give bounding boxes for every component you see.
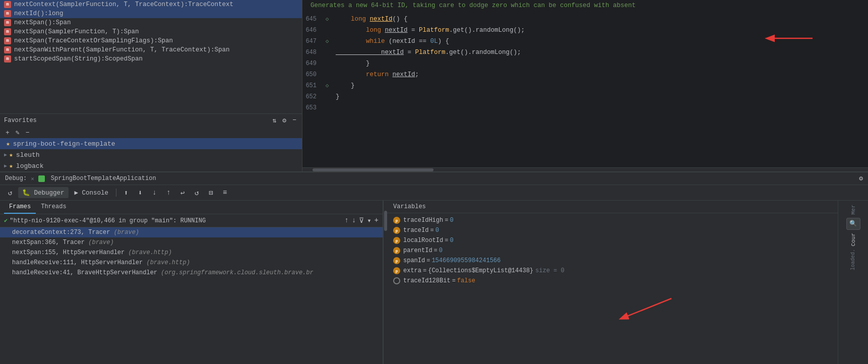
method-item[interactable]: mstartScopedSpan(String):ScopedSpan xyxy=(0,54,302,64)
search-btn[interactable]: 🔍 xyxy=(846,218,860,230)
debugger-tab-icon: 🐛 xyxy=(22,190,30,197)
stack-frame-item[interactable]: nextSpan:155, HttpServerHandler (brave.h… xyxy=(0,248,383,258)
horizontal-scrollbar[interactable] xyxy=(302,167,868,171)
variable-item[interactable]: p parentId = 0 xyxy=(387,246,838,256)
stack-frame-context: (brave.http) xyxy=(143,259,190,266)
method-item[interactable]: mnextContext(SamplerFunction, T, TraceCo… xyxy=(0,0,302,9)
code-token: = xyxy=(404,49,415,56)
frames-tab[interactable]: Frames xyxy=(4,201,36,214)
line-content: long nextId = Platform.get().randomLong(… xyxy=(332,27,868,34)
var-equals: = xyxy=(452,277,456,284)
code-line: 653 xyxy=(302,102,868,113)
debugger-tab[interactable]: 🐛 Debugger xyxy=(18,187,69,198)
add-btn[interactable]: + xyxy=(375,216,379,225)
code-token: while xyxy=(336,38,389,45)
threads-tab[interactable]: Threads xyxy=(36,201,71,214)
code-token: } xyxy=(336,60,370,67)
variable-item[interactable]: p traceId = 0 xyxy=(387,225,838,235)
down-btn[interactable]: ↓ xyxy=(352,216,356,225)
var-value: 0 xyxy=(450,237,453,244)
line-number: 652 xyxy=(302,93,323,100)
var-name: parentId xyxy=(403,247,432,254)
stack-frame-context: (org.springframework.cloud.sleuth.brave.… xyxy=(157,269,314,276)
method-item[interactable]: mnextSpanWithParent(SamplerFunction, T, … xyxy=(0,45,302,54)
step-over-btn[interactable]: ⬆ xyxy=(120,187,132,199)
method-item[interactable]: mnextSpan():Span xyxy=(0,18,302,27)
code-lines: 645 ◇ long nextId() { 646 long nextId = … xyxy=(302,14,868,113)
variable-item[interactable]: p spanId = 1546690955984241566 xyxy=(387,256,838,266)
method-text: nextSpan(TraceContextOrSamplingFlags):Sp… xyxy=(14,37,173,44)
favorites-header: Favorites ⇅ ⚙ − xyxy=(0,114,302,127)
settings-icon[interactable]: ⚙ xyxy=(281,116,288,125)
code-token: 0L xyxy=(430,38,438,45)
code-token: nextId xyxy=(385,27,408,34)
var-equals: = xyxy=(426,257,430,264)
top-section: mnextContext(SamplerFunction, T, TraceCo… xyxy=(0,0,868,171)
run-to-cursor-btn[interactable]: ↑ xyxy=(162,187,174,199)
variables-list[interactable]: p traceIdHigh = 0 p traceId = 0 p localR… xyxy=(387,213,838,364)
favorite-item[interactable]: ▶★sleuth xyxy=(0,149,302,160)
method-text: nextSpan():Span xyxy=(14,19,71,26)
evaluate-btn[interactable]: ↩ xyxy=(176,187,189,199)
stack-frame-item[interactable]: decorateContext:273, Tracer (brave) xyxy=(0,227,383,237)
favorite-item[interactable]: ★spring-boot-feign-template xyxy=(0,138,302,149)
method-item[interactable]: mnextSpan(TraceContextOrSamplingFlags):S… xyxy=(0,36,302,45)
var-name: spanId xyxy=(403,257,425,264)
scrollbar-thumb[interactable] xyxy=(313,168,433,171)
code-area[interactable]: Generates a new 64-bit ID, taking care t… xyxy=(302,0,868,167)
up-btn[interactable]: ↑ xyxy=(344,216,348,225)
favorite-item[interactable]: ▶★logback xyxy=(0,160,302,171)
variable-item[interactable]: p localRootId = 0 xyxy=(387,235,838,246)
var-equals: = xyxy=(423,267,426,274)
frames-panel: Frames Threads ✔ "http-nio-9120-exec-4"@… xyxy=(0,201,383,364)
step-into-btn[interactable]: ⬇ xyxy=(134,187,146,199)
expand-icon: ▶ xyxy=(4,163,7,169)
stack-frame-text: nextSpan:366, Tracer (brave) xyxy=(12,239,114,246)
method-item[interactable]: mnextId():long xyxy=(0,9,302,18)
debug-label: Debug: xyxy=(5,175,27,182)
add-favorite-btn[interactable]: + xyxy=(4,129,11,137)
method-icon: m xyxy=(4,19,11,26)
method-item[interactable]: mnextSpan(SamplerFunction, T):Span xyxy=(0,27,302,36)
code-token: () { xyxy=(393,16,408,23)
var-type-icon: p xyxy=(393,267,400,274)
frames-tabs: Frames Threads xyxy=(0,201,383,214)
console-tab[interactable]: ▶ Console xyxy=(71,187,113,198)
var-value: 1546690955984241566 xyxy=(431,257,501,264)
resume-btn[interactable]: ↺ xyxy=(4,187,16,199)
threads-tab-label: Threads xyxy=(41,203,66,210)
variable-item[interactable]: traceId128Bit = false xyxy=(387,276,838,286)
debugger-tab-label: Debugger xyxy=(34,190,65,197)
favorite-label: logback xyxy=(16,162,44,170)
frames-content[interactable]: ✔ "http-nio-9120-exec-4"@10,466 in group… xyxy=(0,214,383,364)
edit-favorite-btn[interactable]: ✎ xyxy=(14,128,21,137)
stack-frame-item[interactable]: handleReceive:111, HttpServerHandler (br… xyxy=(0,258,383,268)
minimize-icon[interactable]: − xyxy=(291,116,298,125)
stack-frame-item[interactable]: handleReceive:41, BraveHttpServerHandler… xyxy=(0,268,383,278)
debug-app-name: SpringBootTemplateApplication xyxy=(51,175,156,182)
debug-settings-icon[interactable]: ⚙ xyxy=(859,174,863,183)
close-debug-btn[interactable]: ✕ xyxy=(31,175,34,182)
toolbar-separator-1 xyxy=(116,189,116,197)
running-text: "http-nio-9120-exec-4"@10,466 in group "… xyxy=(10,217,206,224)
console-tab-icon: ▶ xyxy=(75,190,79,197)
favorites-icons: ⇅ ⚙ − xyxy=(271,116,298,125)
step-out-btn[interactable]: ↓ xyxy=(148,187,160,199)
watch-btn[interactable]: ⊟ xyxy=(205,187,217,199)
vertical-scrollbar[interactable] xyxy=(383,201,387,364)
code-line: 649 } xyxy=(302,58,868,69)
stack-frame-text: decorateContext:273, Tracer (brave) xyxy=(12,229,139,236)
stack-frame-item[interactable]: nextSpan:366, Tracer (brave) xyxy=(0,237,383,248)
running-thread-row[interactable]: ✔ "http-nio-9120-exec-4"@10,466 in group… xyxy=(0,214,383,227)
layout-btn[interactable]: ≡ xyxy=(219,187,231,199)
frames-tab-label: Frames xyxy=(9,203,31,210)
variable-item[interactable]: p extra = {Collections$EmptyList@14438} … xyxy=(387,266,838,276)
debug-header: Debug: ✕ SpringBootTemplateApplication ⚙ xyxy=(0,172,868,185)
trace-btn[interactable]: ↺ xyxy=(191,187,203,199)
sort-icon[interactable]: ⇅ xyxy=(271,116,278,125)
filter-btn[interactable]: ⊽ xyxy=(359,216,364,225)
favorite-label: spring-boot-feign-template xyxy=(13,140,115,148)
expand-btn[interactable]: ▾ xyxy=(367,216,371,225)
variable-item[interactable]: p traceIdHigh = 0 xyxy=(387,215,838,225)
remove-favorite-btn[interactable]: − xyxy=(24,129,31,137)
